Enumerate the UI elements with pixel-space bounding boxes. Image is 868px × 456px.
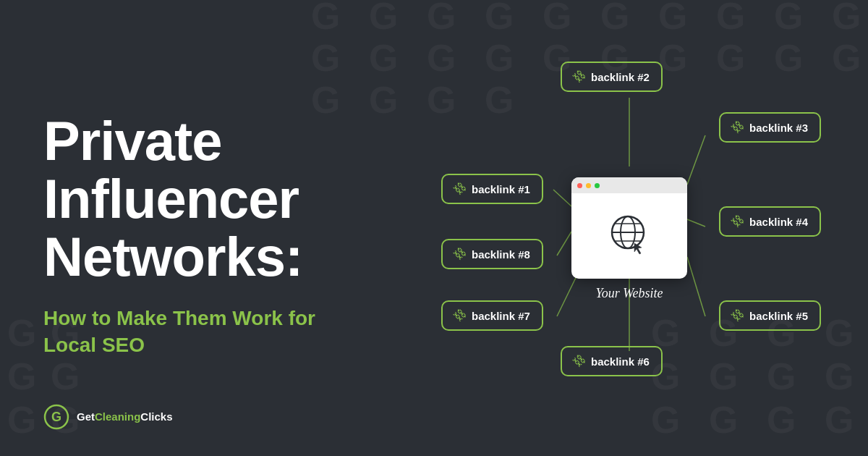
link-icon-5: ⛓ [729, 307, 746, 324]
backlink-7: ⛓ backlink #7 [441, 300, 543, 331]
backlink-5-label: backlink #5 [749, 310, 808, 322]
logo-brand: GetCleaningClicks [77, 410, 173, 423]
backlink-7-label: backlink #7 [472, 310, 530, 322]
backlink-4: ⛓ backlink #4 [719, 206, 821, 237]
link-icon-2: ⛓ [571, 68, 588, 85]
link-icon-7: ⛓ [451, 307, 469, 324]
svg-line-5 [687, 219, 705, 227]
link-icon-6: ⛓ [571, 352, 588, 370]
right-panel: Your Website ⛓ backlink #1 ⛓ backlink #2… [420, 0, 839, 456]
svg-line-6 [687, 257, 705, 316]
backlink-4-label: backlink #4 [749, 216, 808, 228]
svg-text:G: G [51, 410, 61, 424]
backlink-5: ⛓ backlink #5 [719, 300, 821, 331]
logo-text: GetCleaningClicks [77, 410, 173, 423]
subtitle: How to Make Them Work for Local SEO [43, 305, 354, 358]
backlink-3-label: backlink #3 [749, 122, 808, 134]
browser-topbar [571, 177, 687, 193]
backlink-8-label: backlink #8 [472, 248, 530, 261]
svg-line-4 [687, 135, 705, 185]
link-icon-8: ⛓ [451, 245, 469, 263]
website-label: Your Website [595, 286, 663, 301]
link-icon-4: ⛓ [729, 213, 746, 230]
link-icon-1: ⛓ [451, 180, 469, 198]
backlink-2-label: backlink #2 [591, 71, 650, 83]
backlink-1: ⛓ backlink #1 [441, 174, 543, 204]
dot-yellow [586, 183, 591, 188]
globe-svg [604, 211, 655, 261]
website-box-content [604, 193, 655, 279]
backlink-2: ⛓ backlink #2 [561, 62, 663, 92]
backlink-6-label: backlink #6 [591, 355, 650, 368]
diagram: Your Website ⛓ backlink #1 ⛓ backlink #2… [434, 40, 825, 416]
left-panel: Private Influencer Networks: How to Make… [43, 0, 420, 456]
dot-green [595, 183, 600, 188]
logo-area: G GetCleaningClicks [43, 404, 173, 430]
backlink-6: ⛓ backlink #6 [561, 346, 663, 376]
link-icon-3: ⛓ [729, 119, 746, 136]
backlink-3: ⛓ backlink #3 [719, 112, 821, 143]
logo-icon: G [43, 404, 69, 430]
dot-red [577, 183, 582, 188]
backlink-8: ⛓ backlink #8 [441, 239, 543, 269]
backlink-1-label: backlink #1 [472, 183, 530, 195]
main-title: Private Influencer Networks: [43, 112, 420, 285]
svg-line-9 [557, 232, 571, 256]
svg-line-2 [553, 190, 571, 206]
website-box [571, 177, 687, 279]
